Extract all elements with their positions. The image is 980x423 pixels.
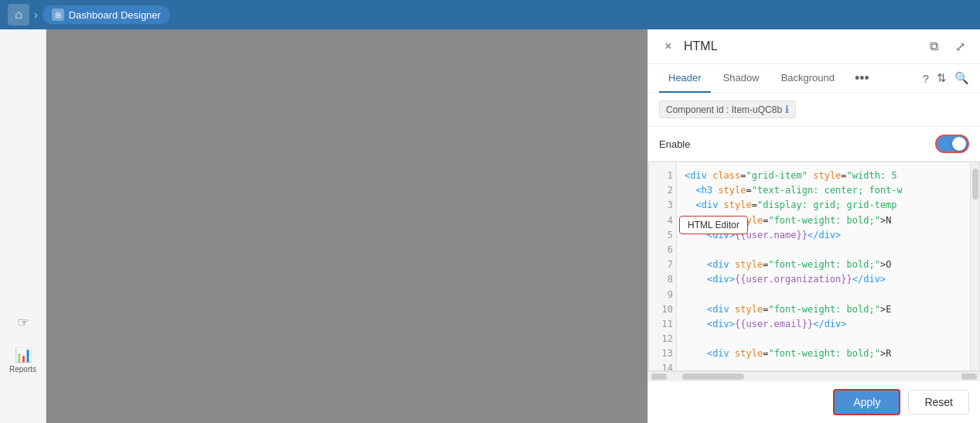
expand-icon[interactable]: ⤢ <box>951 37 969 56</box>
top-bar: ⌂ › ⊞ Dashboard Designer <box>0 0 980 29</box>
info-icon[interactable]: ℹ <box>785 104 789 115</box>
code-line-1: <div class="grid-item" style="width: 5 <box>685 169 962 183</box>
component-id-text: Component id : Item-uQC8b <box>666 104 782 115</box>
sort-icon[interactable]: ⇅ <box>937 71 947 85</box>
code-line-11: <div>{{user.email}}</div> <box>685 317 962 332</box>
breadcrumb-chevron: › <box>34 9 38 21</box>
apply-button[interactable]: Apply <box>833 389 900 415</box>
close-icon: × <box>664 39 671 53</box>
code-line-13: <div style="font-weight: bold;">R <box>685 346 962 361</box>
toggle-track <box>935 135 969 153</box>
scrollbar-thumb-h <box>682 374 744 380</box>
code-line-2: <h3 style="text-align: center; font-w <box>685 183 962 198</box>
panel-footer: Apply Reset <box>648 380 980 423</box>
breadcrumb-dashboard-designer[interactable]: ⊞ Dashboard Designer <box>43 5 170 24</box>
panel-title: HTML <box>684 39 718 53</box>
code-editor[interactable]: 1 2 3 4 5 6 7 8 9 10 11 12 13 14 <div cl… <box>648 162 980 371</box>
reports-label: Reports <box>9 365 36 374</box>
tab-shadow[interactable]: Shadow <box>714 64 769 93</box>
cursor-icon: ☞ <box>17 314 29 331</box>
left-sidebar: ☞ 📊 Reports <box>0 29 46 423</box>
copy-icon[interactable]: ⧉ <box>924 37 943 56</box>
tab-icon-buttons: ? ⇅ 🔍 <box>923 71 969 85</box>
sidebar-item-reports[interactable]: 📊 Reports <box>0 340 46 380</box>
right-panel: × HTML ⧉ ⤢ Header Shadow Background ••• … <box>647 29 980 423</box>
tab-background[interactable]: Background <box>772 64 844 93</box>
scrollbar-left-arrow <box>651 374 667 380</box>
enable-label: Enable <box>659 138 690 150</box>
component-id-area: Component id : Item-uQC8b ℹ <box>648 93 980 127</box>
scrollbar-thumb-v <box>972 169 978 200</box>
code-line-8: <div>{{user.organization}}</div> <box>685 272 962 287</box>
code-line-6 <box>685 243 962 258</box>
search-icon[interactable]: 🔍 <box>954 71 969 85</box>
canvas-area <box>46 29 647 423</box>
line-numbers: 1 2 3 4 5 6 7 8 9 10 11 12 13 14 <box>649 162 677 370</box>
html-editor-label: HTML Editor <box>679 216 748 234</box>
code-line-12 <box>685 332 962 346</box>
reports-icon: 📊 <box>15 346 32 363</box>
enable-toggle[interactable] <box>935 135 969 153</box>
code-line-9 <box>685 288 962 302</box>
panel-tabs: Header Shadow Background ••• ? ⇅ 🔍 <box>648 64 980 93</box>
panel-header: × HTML ⧉ ⤢ <box>648 29 980 64</box>
home-button[interactable]: ⌂ <box>8 4 29 26</box>
enable-row: Enable <box>648 127 980 162</box>
help-icon[interactable]: ? <box>923 72 929 85</box>
code-line-3: <div style="display: grid; grid-temp <box>685 198 962 213</box>
component-id-badge: Component id : Item-uQC8b ℹ <box>659 101 796 118</box>
vertical-scrollbar[interactable] <box>970 162 979 370</box>
tab-more-button[interactable]: ••• <box>850 66 874 91</box>
panel-title-area: × HTML <box>659 37 718 56</box>
reset-button[interactable]: Reset <box>908 390 969 414</box>
sidebar-item-cursor[interactable]: ☞ <box>0 308 46 337</box>
code-line-10: <div style="font-weight: bold;">E <box>685 302 962 317</box>
main-area: ☞ 📊 Reports × HTML ⧉ ⤢ Header <box>0 29 980 423</box>
toggle-thumb <box>952 137 966 151</box>
home-icon: ⌂ <box>15 8 22 22</box>
code-line-14 <box>685 361 962 370</box>
dashboard-designer-icon: ⊞ <box>52 9 64 21</box>
panel-close-button[interactable]: × <box>659 37 678 56</box>
tab-header[interactable]: Header <box>659 64 711 93</box>
code-content: <div class="grid-item" style="width: 5 <… <box>677 162 970 370</box>
breadcrumb-label: Dashboard Designer <box>69 9 161 21</box>
horizontal-scrollbar[interactable] <box>648 371 980 380</box>
scrollbar-right-arrow <box>961 374 977 380</box>
panel-header-actions: ⧉ ⤢ <box>924 37 969 56</box>
code-line-7: <div style="font-weight: bold;">O <box>685 258 962 272</box>
